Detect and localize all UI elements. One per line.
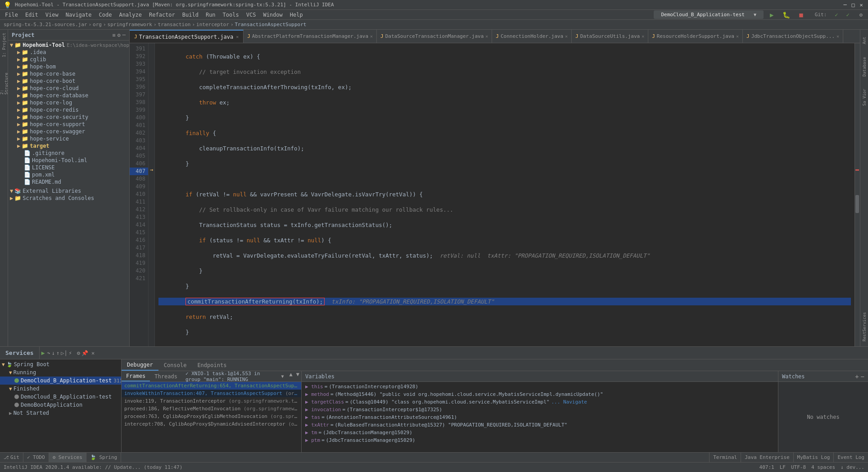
tab-resource-holder[interactable]: J ResourceHolderSupport.java ✕	[648, 30, 743, 43]
services-settings-button[interactable]: ⚙	[77, 350, 80, 356]
menu-file[interactable]: File	[2, 11, 21, 19]
structure-tool-button[interactable]: 2: Structure	[0, 68, 9, 95]
bottom-services-button[interactable]: ⚙ Services	[49, 453, 86, 462]
ant-tool-button[interactable]: Ant	[862, 32, 867, 50]
debugger-tab-endpoints[interactable]: Endpoints	[192, 359, 232, 371]
stop-button[interactable]: ■	[796, 10, 806, 19]
tree-item-hope-core-security[interactable]: ▶ 📁 hope-core-security	[8, 113, 129, 121]
breadcrumb-transaction[interactable]: transaction	[158, 22, 191, 27]
var-method[interactable]: ▶ method = (Method@15446) "public void o…	[302, 390, 778, 398]
rest-services-button[interactable]: RestServices	[862, 309, 867, 345]
status-lf[interactable]: LF	[780, 464, 786, 470]
tree-item-hope-core-database[interactable]: ▶ 📁 hope-core-database	[8, 92, 129, 99]
tree-item-idea[interactable]: ▶ 📁 .idea	[8, 49, 129, 56]
hide-panel-icon[interactable]: ─	[122, 32, 126, 38]
tree-item-hope-service[interactable]: ▶ 📁 hope-service	[8, 135, 129, 142]
status-position[interactable]: 407:1	[760, 464, 774, 470]
var-tm[interactable]: ▶ tm = (JdbcTransactionManager@15029)	[302, 429, 778, 436]
frame-item-0[interactable]: commitTransactionAfterReturning:654, Tra…	[122, 382, 301, 390]
breadcrumb-springframework[interactable]: springframework	[108, 22, 152, 27]
frames-up-button[interactable]: ▲	[288, 371, 294, 381]
settings-icon[interactable]: ⚙	[856, 11, 866, 19]
bottom-java-enterprise-button[interactable]: Java Enterprise	[741, 453, 793, 462]
debug-button[interactable]: 🐛	[779, 10, 794, 19]
menu-run[interactable]: Run	[203, 11, 219, 19]
minimize-button[interactable]: ─	[842, 2, 848, 8]
tab-datasource-utils[interactable]: J DataSourceUtils.java ✕	[572, 30, 648, 43]
status-encoding[interactable]: UTF-8	[791, 464, 806, 470]
frames-down-button[interactable]: ▼	[294, 371, 301, 381]
services-step-over-button[interactable]: ↷	[47, 350, 50, 356]
services-pin-button[interactable]: 📌	[81, 350, 88, 356]
frame-item-3[interactable]: proceed:186, ReflectiveMethodInvocation …	[122, 405, 301, 413]
watches-minus-button[interactable]: −	[861, 373, 864, 380]
service-spring-boot-group[interactable]: ▼ 🍃 Spring Boot	[0, 360, 121, 368]
code-content[interactable]: catch (Throwable ex) { // target invocat…	[155, 43, 854, 346]
sub-tab-frames[interactable]: Frames	[122, 371, 150, 381]
var-tas[interactable]: ▶ tas = (AnnotationTransactionAttributeS…	[302, 413, 778, 421]
menu-build[interactable]: Build	[179, 11, 202, 19]
tree-item-hope-core-log[interactable]: ▶ 📁 hope-core-log	[8, 99, 129, 106]
tab-abstract-platform[interactable]: J AbstractPlatformTransactionManager.jav…	[244, 30, 377, 43]
thread-selector[interactable]: ✓ XNIO-1 task-1@14,553 in group "main": …	[182, 371, 288, 381]
service-democoud-finished[interactable]: DemoCloud_B_Application-test	[0, 393, 121, 401]
tab-jdbc-transaction[interactable]: J JdbcTransactionObjectSupp... ✕	[743, 30, 843, 43]
var-txattr[interactable]: ▶ txAttr = (RuleBasedTransactionAttribut…	[302, 421, 778, 429]
close-button[interactable]: ✕	[858, 2, 864, 8]
breadcrumb-class[interactable]: TransactionAspectSupport	[235, 22, 307, 27]
menu-help[interactable]: Help	[287, 11, 306, 19]
service-democoud-running[interactable]: DemoCloud_B_Application-test 311	[0, 377, 121, 385]
frame-item-5[interactable]: intercept:708, CglibAopProxy$DynamicAdvi…	[122, 420, 301, 428]
var-targetclass[interactable]: ▶ targetClass = (Class@10449) "class org…	[302, 398, 778, 406]
tab-close-icon7[interactable]: ✕	[836, 34, 839, 39]
breadcrumb-org[interactable]: org	[93, 22, 102, 27]
tree-item-external-libraries[interactable]: ▼ 📚 External Libraries	[8, 187, 129, 195]
tree-item-hope-core-boot[interactable]: ▶ 📁 hope-core-boot	[8, 77, 129, 85]
debugger-tab-console[interactable]: Console	[158, 359, 192, 371]
services-evaluate-button[interactable]: ⚡	[69, 350, 72, 356]
tree-item-hope-core-swagger[interactable]: ▶ 📁 hope-core-swagger	[8, 128, 129, 135]
var-invocation[interactable]: ▶ invocation = (TransactionInterceptor$1…	[302, 406, 778, 413]
tree-item-iml[interactable]: 📄 Hopehomi-Tool.iml	[8, 157, 129, 164]
debugger-tab-debugger[interactable]: Debugger	[122, 359, 158, 371]
sub-tab-threads[interactable]: Threads	[150, 371, 182, 381]
services-step-into-button[interactable]: ↓	[52, 350, 55, 356]
editor-scrollbar[interactable]	[854, 43, 860, 346]
tree-item-hope-bom[interactable]: ▶ 📁 hope-bom	[8, 63, 129, 70]
frame-item-2[interactable]: invoke:119, TransactionInterceptor (org.…	[122, 397, 301, 405]
menu-view[interactable]: View	[42, 11, 62, 19]
git-checkmark2[interactable]: ✓	[843, 11, 853, 19]
bottom-todo-button[interactable]: ✓ TODO	[23, 453, 49, 462]
var-this[interactable]: ▶ this = (TransactionInterceptor@14928)	[302, 383, 778, 390]
tree-item-readme[interactable]: 📄 README.md	[8, 178, 129, 186]
services-resume-button[interactable]: ▶	[41, 349, 45, 356]
tab-close-icon2[interactable]: ✕	[370, 34, 373, 39]
frame-item-1[interactable]: invokeWithinTransaction:407, Transaction…	[122, 390, 301, 397]
menu-edit[interactable]: Edit	[22, 11, 41, 19]
service-notstarted-group[interactable]: ▶ Not Started	[0, 409, 121, 417]
git-checkmark1[interactable]: ✓	[831, 11, 841, 19]
service-running-group[interactable]: ▼ Running	[0, 368, 121, 377]
tree-item-target[interactable]: ▶ 📁 target	[8, 142, 129, 150]
menu-window[interactable]: Window	[260, 11, 285, 19]
panel-settings-icon[interactable]: ⚙	[118, 32, 121, 38]
menu-tools[interactable]: Tools	[220, 11, 242, 19]
var-ptm[interactable]: ▶ ptm = (JdbcTransactionManager@15029)	[302, 436, 778, 444]
bottom-spring-button[interactable]: 🍃 Spring	[86, 453, 121, 462]
tree-item-hope-core-redis[interactable]: ▶ 📁 hope-core-redis	[8, 106, 129, 113]
project-tool-button[interactable]: 1: Project	[2, 32, 6, 59]
menu-vcs[interactable]: VCS	[243, 11, 259, 19]
watches-add-button[interactable]: +	[855, 373, 859, 380]
tab-close-icon[interactable]: ✕	[236, 34, 239, 39]
frame-item-4[interactable]: proceed:763, CglibAopProxy$CglibMethodIn…	[122, 413, 301, 420]
menu-navigate[interactable]: Navigate	[63, 11, 95, 19]
database-tool-button[interactable]: Database	[862, 53, 867, 80]
run-button[interactable]: ▶	[766, 10, 777, 19]
service-demoboot-finished[interactable]: DemoBootApplication	[0, 401, 121, 409]
tree-item-scratches[interactable]: ▶ 📁 Scratches and Consoles	[8, 195, 129, 202]
services-close-button[interactable]: ✕	[91, 350, 95, 356]
tab-close-icon4[interactable]: ✕	[565, 34, 568, 39]
status-indent[interactable]: 4 spaces	[811, 464, 835, 470]
menu-analyze[interactable]: Analyze	[116, 11, 145, 19]
tab-close-icon5[interactable]: ✕	[642, 34, 644, 39]
